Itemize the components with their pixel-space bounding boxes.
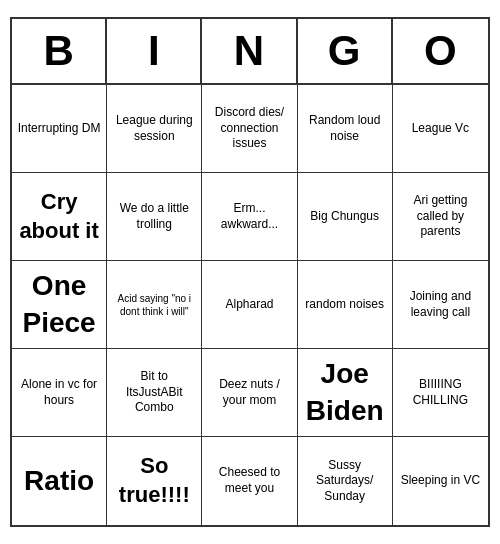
bingo-cell: Random loud noise xyxy=(298,85,393,173)
bingo-cell: Sussy Saturdays/ Sunday xyxy=(298,437,393,525)
bingo-cell: So true!!!! xyxy=(107,437,202,525)
bingo-cell: League Vc xyxy=(393,85,488,173)
bingo-letter: I xyxy=(107,19,202,83)
bingo-cell: We do a little trolling xyxy=(107,173,202,261)
bingo-cell: One Piece xyxy=(12,261,107,349)
bingo-cell: Ari getting called by parents xyxy=(393,173,488,261)
bingo-cell: Joining and leaving call xyxy=(393,261,488,349)
bingo-letter: B xyxy=(12,19,107,83)
bingo-letter: N xyxy=(202,19,297,83)
bingo-cell: Ratio xyxy=(12,437,107,525)
bingo-cell: Discord dies/ connection issues xyxy=(202,85,297,173)
bingo-cell: Bit to ItsJustABit Combo xyxy=(107,349,202,437)
bingo-cell: random noises xyxy=(298,261,393,349)
bingo-cell: Alpharad xyxy=(202,261,297,349)
bingo-letter: O xyxy=(393,19,488,83)
bingo-cell: Sleeping in VC xyxy=(393,437,488,525)
bingo-card: BINGO Interrupting DMLeague during sessi… xyxy=(10,17,490,527)
bingo-header: BINGO xyxy=(12,19,488,85)
bingo-cell: BIIIIING CHILLING xyxy=(393,349,488,437)
bingo-cell: Acid saying "no i dont think i will" xyxy=(107,261,202,349)
bingo-cell: Big Chungus xyxy=(298,173,393,261)
bingo-grid: Interrupting DMLeague during sessionDisc… xyxy=(12,85,488,525)
bingo-cell: Erm... awkward... xyxy=(202,173,297,261)
bingo-cell: Deez nuts / your mom xyxy=(202,349,297,437)
bingo-cell: Cry about it xyxy=(12,173,107,261)
bingo-cell: Alone in vc for hours xyxy=(12,349,107,437)
bingo-cell: Cheesed to meet you xyxy=(202,437,297,525)
bingo-letter: G xyxy=(298,19,393,83)
bingo-cell: League during session xyxy=(107,85,202,173)
bingo-cell: Joe Biden xyxy=(298,349,393,437)
bingo-cell: Interrupting DM xyxy=(12,85,107,173)
